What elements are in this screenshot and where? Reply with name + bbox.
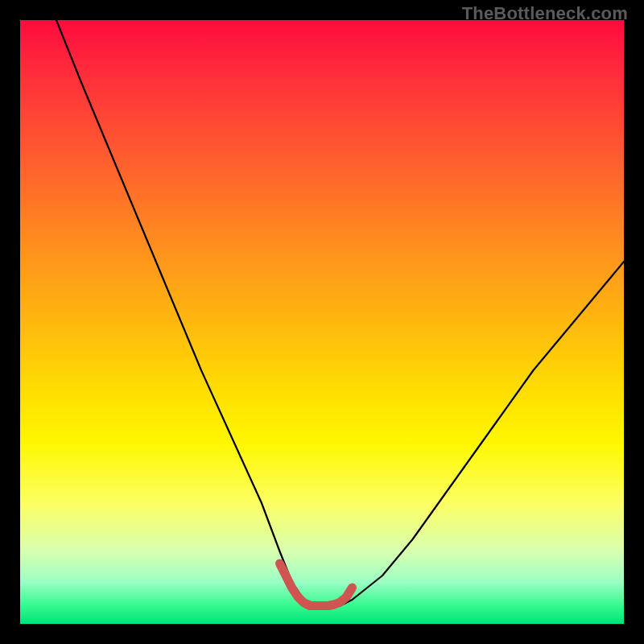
series-bottleneck-curve — [56, 20, 624, 606]
series-group — [56, 20, 624, 606]
chart-svg — [20, 20, 624, 624]
plot-area — [20, 20, 624, 624]
series-optimal-range-marker — [280, 564, 353, 606]
chart-frame: TheBottleneck.com — [0, 0, 644, 644]
